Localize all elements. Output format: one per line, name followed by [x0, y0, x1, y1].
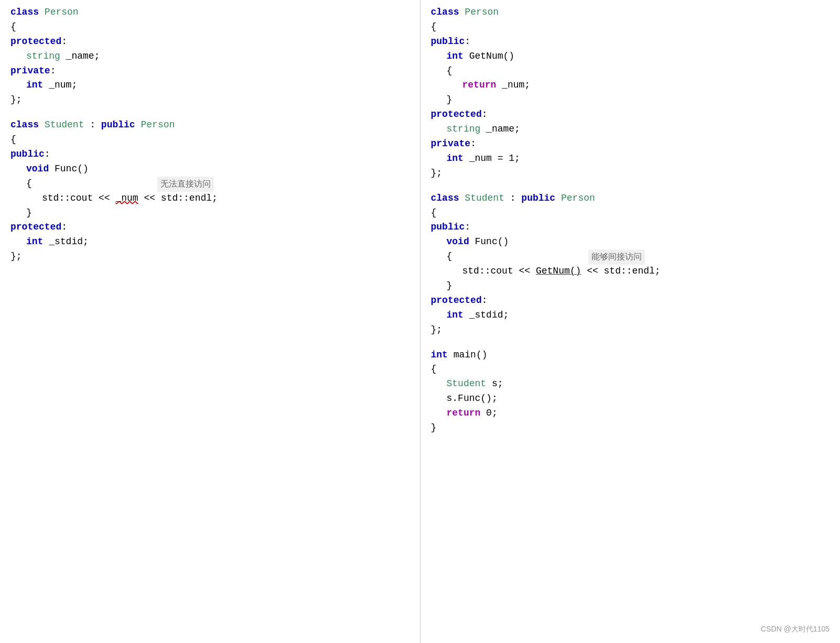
- right-line-18: std::cout << GetNum() << std::endl;: [431, 264, 830, 279]
- right-line-21: int _stdid;: [431, 308, 830, 323]
- left-class-student: class Student : public Person { public: …: [10, 118, 410, 264]
- right-line-3: public:: [431, 35, 830, 49]
- right-line-26: s.Func();: [431, 391, 830, 406]
- right-line-1: class Person: [431, 5, 830, 20]
- right-line-17-container: { 能够间接访问: [431, 249, 830, 264]
- right-line-19: }: [431, 279, 830, 293]
- right-line-6: return _num;: [431, 78, 830, 93]
- right-main-func: int main() { Student s; s.Func(); return…: [431, 348, 830, 435]
- left-line-5: private:: [10, 64, 410, 79]
- right-line-20: protected:: [431, 293, 830, 308]
- left-line-14: std::cout << _num << std::endl;: [10, 191, 410, 206]
- right-line-9: string _name;: [431, 122, 830, 137]
- left-line-10: {: [10, 133, 410, 147]
- left-line-15: }: [10, 206, 410, 221]
- right-line-10: private:: [431, 137, 830, 151]
- watermark: CSDN @大时代1105: [761, 624, 830, 635]
- left-line-6: int _num;: [10, 78, 410, 93]
- left-line-17: int _stdid;: [10, 235, 410, 249]
- right-line-11: int _num = 1;: [431, 151, 830, 166]
- right-line-14: {: [431, 206, 830, 221]
- right-line-16: void Func(): [431, 235, 830, 249]
- annotation-can-access: 能够间接访问: [588, 249, 645, 265]
- right-line-28: }: [431, 421, 830, 435]
- left-line-13-container: { 无法直接访问: [10, 177, 410, 191]
- left-line-1: class Person: [10, 5, 410, 20]
- right-line-5: {: [431, 64, 830, 79]
- annotation-no-access: 无法直接访问: [157, 177, 214, 192]
- left-line-2: {: [10, 20, 410, 35]
- left-line-16: protected:: [10, 220, 410, 235]
- left-line-4: string _name;: [10, 49, 410, 64]
- right-line-15: public:: [431, 220, 830, 235]
- left-line-7: };: [10, 93, 410, 107]
- right-line-24: {: [431, 362, 830, 377]
- right-line-8: protected:: [431, 107, 830, 122]
- right-line-12: };: [431, 166, 830, 181]
- right-line-23: int main(): [431, 348, 830, 363]
- right-line-13: class Student : public Person: [431, 191, 830, 206]
- left-line-18: };: [10, 249, 410, 264]
- left-line-12: void Func(): [10, 162, 410, 177]
- left-line-11: public:: [10, 147, 410, 162]
- right-class-person: class Person { public: int GetNum() { re…: [431, 5, 830, 181]
- right-class-student: class Student : public Person { public: …: [431, 191, 830, 337]
- right-panel: class Person { public: int GetNum() { re…: [421, 0, 841, 643]
- right-line-4: int GetNum(): [431, 49, 830, 64]
- left-line-9: class Student : public Person: [10, 118, 410, 133]
- left-class-person: class Person { protected: string _name; …: [10, 5, 410, 107]
- left-panel: class Person { protected: string _name; …: [0, 0, 421, 643]
- left-line-3: protected:: [10, 35, 410, 49]
- right-line-25: Student s;: [431, 377, 830, 391]
- right-line-2: {: [431, 20, 830, 35]
- right-line-22: };: [431, 323, 830, 337]
- right-line-27: return 0;: [431, 406, 830, 421]
- right-line-7: }: [431, 93, 830, 107]
